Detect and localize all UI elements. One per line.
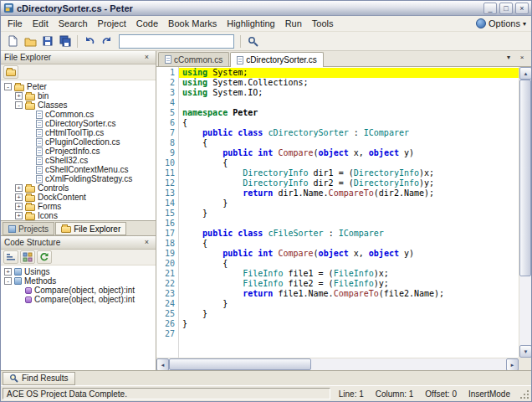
collapse-icon[interactable]: -: [4, 83, 12, 90]
file-tree-item[interactable]: cShell32.cs: [1, 156, 156, 165]
code-line[interactable]: FileInfo file2 = (FileInfo)y;: [179, 279, 519, 289]
menu-highlighting[interactable]: Highlighting: [222, 17, 279, 30]
expand-icon[interactable]: +: [15, 212, 23, 219]
code-line[interactable]: [179, 329, 519, 339]
vscroll-track[interactable]: [519, 80, 531, 345]
file-tree-item[interactable]: cXmlFoldingStrategy.cs: [1, 174, 156, 183]
search-input[interactable]: [119, 34, 234, 49]
file-tree-item[interactable]: -Classes: [1, 100, 156, 110]
redo-button[interactable]: [99, 34, 115, 49]
browse-folder-button[interactable]: [3, 65, 18, 79]
code-area[interactable]: using System;using System.Collections;us…: [179, 67, 519, 358]
menu-run[interactable]: Run: [280, 17, 307, 30]
vscroll-thumb[interactable]: [519, 80, 531, 276]
code-line[interactable]: return dir1.Name.CompareTo(dir2.Name);: [179, 188, 519, 198]
code-line[interactable]: FileInfo file1 = (FileInfo)x;: [179, 269, 519, 279]
options-button[interactable]: Options: [489, 18, 520, 28]
hscroll-thumb[interactable]: [169, 358, 311, 370]
menu-book-marks[interactable]: Book Marks: [163, 17, 222, 30]
structure-tree-item[interactable]: Compare(object, object):int: [1, 286, 156, 295]
sort-category-button[interactable]: [20, 250, 35, 264]
code-line[interactable]: using System.Collections;: [179, 78, 519, 88]
structure-tree-item[interactable]: Compare(object, object):int: [1, 295, 156, 304]
search-button[interactable]: [244, 34, 261, 49]
menu-search[interactable]: Search: [54, 17, 93, 30]
expand-icon[interactable]: +: [4, 268, 12, 276]
undo-button[interactable]: [81, 34, 98, 49]
code-line[interactable]: DirectoryInfo dir2 = (DirectoryInfo)y;: [179, 178, 519, 188]
code-line[interactable]: {: [179, 259, 519, 269]
file-tree-item[interactable]: +DockContent: [1, 193, 156, 202]
code-line[interactable]: }: [179, 209, 519, 219]
code-line[interactable]: public int Compare(object x, object y): [179, 249, 519, 259]
expand-icon[interactable]: +: [15, 184, 23, 192]
collapse-icon[interactable]: -: [15, 101, 23, 109]
save-button[interactable]: [39, 34, 56, 49]
code-line[interactable]: public class cDirectorySorter : ICompare…: [179, 128, 519, 138]
file-tree-item[interactable]: cDirectorySorter.cs: [1, 119, 156, 128]
code-line[interactable]: {: [179, 118, 519, 128]
vertical-scrollbar[interactable]: ▲ ▼: [519, 67, 531, 358]
file-tree-item[interactable]: cHtmlToolTip.cs: [1, 128, 156, 137]
document-tab-cdirectorysorter.cs[interactable]: cDirectorySorter.cs: [230, 52, 323, 67]
menu-project[interactable]: Project: [93, 17, 131, 30]
scroll-right-icon[interactable]: ►: [506, 358, 519, 371]
file-tree-item[interactable]: -Peter: [1, 82, 156, 91]
menu-edit[interactable]: Edit: [28, 17, 54, 30]
new-file-button[interactable]: [4, 34, 21, 49]
close-document-icon[interactable]: ×: [516, 53, 528, 64]
file-tree-item[interactable]: cProjectInfo.cs: [1, 147, 156, 156]
sort-alpha-button[interactable]: [3, 250, 18, 264]
menu-tools[interactable]: Tools: [307, 17, 339, 30]
tab-file-explorer[interactable]: File Explorer: [55, 222, 126, 235]
structure-tree-item[interactable]: -Methods: [1, 276, 156, 286]
code-line[interactable]: {: [179, 158, 519, 168]
close-panel-icon[interactable]: ×: [141, 238, 152, 248]
file-tree-item[interactable]: cPluginCollection.cs: [1, 137, 156, 147]
code-line[interactable]: return file1.Name.CompareTo(file2.Name);: [179, 289, 519, 299]
find-results-tab[interactable]: Find Results: [3, 372, 75, 385]
scroll-left-icon[interactable]: ◄: [156, 358, 169, 371]
menu-file[interactable]: File: [3, 17, 28, 30]
code-line[interactable]: public class cFileSorter : IComparer: [179, 229, 519, 239]
code-line[interactable]: }: [179, 198, 519, 209]
file-tree-item[interactable]: +bin: [1, 91, 156, 100]
menu-code[interactable]: Code: [131, 17, 163, 30]
tab-list-dropdown-icon[interactable]: ▾: [503, 53, 514, 64]
expand-icon[interactable]: +: [15, 203, 23, 210]
file-tree-item[interactable]: cCommon.cs: [1, 110, 156, 119]
close-button[interactable]: ×: [515, 3, 529, 14]
code-line[interactable]: using System;: [179, 68, 519, 78]
save-all-button[interactable]: [57, 34, 74, 49]
expand-icon[interactable]: +: [15, 193, 23, 201]
refresh-button[interactable]: [37, 250, 52, 264]
code-line[interactable]: }: [179, 319, 519, 329]
minimize-button[interactable]: _: [483, 3, 497, 14]
resize-grip[interactable]: [519, 388, 529, 399]
code-line[interactable]: using System.IO;: [179, 88, 519, 98]
code-line[interactable]: [179, 98, 519, 108]
file-tree-item[interactable]: +Icons: [1, 211, 156, 220]
file-tree-item[interactable]: +Controls: [1, 183, 156, 193]
code-line[interactable]: {: [179, 138, 519, 148]
close-panel-icon[interactable]: ×: [141, 53, 152, 63]
document-tab-ccommon.cs[interactable]: cCommon.cs: [158, 52, 229, 66]
expand-icon[interactable]: +: [15, 92, 23, 100]
open-button[interactable]: [22, 34, 38, 49]
maximize-button[interactable]: □: [499, 3, 513, 14]
code-line[interactable]: [179, 219, 519, 229]
title-bar[interactable]: cDirectorySorter.cs - Peter _ □ ×: [1, 1, 531, 16]
code-line[interactable]: namespace Peter: [179, 108, 519, 118]
hscroll-track[interactable]: [169, 358, 506, 370]
scroll-down-icon[interactable]: ▼: [519, 345, 532, 358]
code-line[interactable]: DirectoryInfo dir1 = (DirectoryInfo)x;: [179, 168, 519, 178]
file-tree-item[interactable]: +Forms: [1, 202, 156, 211]
scroll-up-icon[interactable]: ▲: [519, 67, 532, 80]
code-line[interactable]: }: [179, 309, 519, 319]
structure-tree-item[interactable]: +Usings: [1, 267, 156, 276]
collapse-icon[interactable]: -: [4, 277, 12, 285]
code-line[interactable]: public int Compare(object x, object y): [179, 148, 519, 158]
file-tree-item[interactable]: cShellContextMenu.cs: [1, 165, 156, 174]
code-line[interactable]: {: [179, 239, 519, 249]
tab-projects[interactable]: Projects: [3, 222, 54, 235]
